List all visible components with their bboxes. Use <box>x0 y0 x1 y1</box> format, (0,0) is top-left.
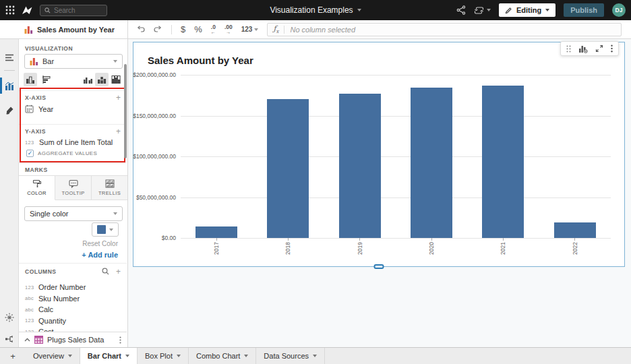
chevron-down-icon[interactable] <box>357 9 361 11</box>
x-tick-label: 2020 <box>428 242 435 255</box>
y-axis-field-sum[interactable]: 123 Sum of Line Item Total <box>25 138 113 146</box>
bar-2017[interactable] <box>196 226 237 238</box>
column-type: 123 <box>25 317 36 324</box>
chevron-down-icon <box>313 355 317 357</box>
vertical-bar-icon[interactable] <box>24 73 37 86</box>
publish-label: Publish <box>570 6 597 14</box>
resize-handle[interactable] <box>374 264 384 269</box>
x-axis-field-name: Year <box>38 105 53 113</box>
collapse-chevron-icon[interactable] <box>24 338 30 342</box>
sigma-logo-icon[interactable] <box>22 5 33 16</box>
table-icon <box>34 336 43 344</box>
aggregate-checkbox[interactable]: ✓ <box>26 150 34 157</box>
global-search[interactable] <box>40 5 107 16</box>
bar-slot <box>324 75 396 238</box>
tab-trellis[interactable]: TRELLIS <box>92 176 127 200</box>
column-name: Order Number <box>38 283 86 291</box>
column-row[interactable]: abc Calc <box>19 304 127 315</box>
bar-chart-colored-icon <box>24 26 33 34</box>
document-title[interactable]: Visualization Examples <box>270 5 353 15</box>
tab-data-sources[interactable]: Data Sources <box>256 348 325 364</box>
kebab-menu-icon[interactable] <box>119 336 121 344</box>
chevron-down-icon <box>487 9 491 11</box>
marks-section-label: MARKS <box>25 166 48 173</box>
lineage-icon[interactable] <box>0 330 19 348</box>
column-row[interactable]: 123 Cost <box>19 326 127 332</box>
share-icon[interactable] <box>456 5 466 15</box>
decrease-decimal-icon[interactable]: .0← <box>211 24 216 35</box>
marks-tabs: COLOR TOOLTIP TRELLIS <box>19 175 127 200</box>
avatar[interactable]: DJ <box>612 3 626 17</box>
bar-2021[interactable] <box>482 86 524 238</box>
column-row[interactable]: abc Sku Number <box>19 293 127 305</box>
x-tick <box>359 238 360 241</box>
settings-gear-icon[interactable] <box>0 309 19 326</box>
refresh-menu[interactable] <box>474 6 491 15</box>
left-rail: + <box>0 20 19 347</box>
bar-2018[interactable] <box>267 99 309 238</box>
y-tick-label: $150,000,000.00 <box>133 113 176 119</box>
panel-scrollbar[interactable] <box>124 64 127 158</box>
reset-color-link[interactable]: Reset Color <box>82 240 118 247</box>
grouped-bar-icon[interactable] <box>81 73 94 86</box>
drag-handle-icon[interactable] <box>566 45 571 53</box>
tab-tooltip[interactable]: TOOLTIP <box>55 176 92 200</box>
publish-button[interactable]: Publish <box>564 3 604 17</box>
search-input[interactable] <box>54 7 101 14</box>
bar-2022[interactable] <box>554 222 596 238</box>
search-columns-icon[interactable] <box>102 268 109 275</box>
increase-decimal-icon[interactable]: .00→ <box>224 24 233 35</box>
chart-type-value: Bar <box>42 57 109 65</box>
add-y-axis-field-icon[interactable]: + <box>116 127 121 135</box>
theme-format-icon[interactable] <box>0 101 19 119</box>
percent-format-icon[interactable]: % <box>194 24 202 34</box>
tooltip-bubble-icon <box>69 179 78 188</box>
column-row[interactable]: 123 Quantity <box>19 315 127 327</box>
bar-2020[interactable] <box>411 88 452 238</box>
add-x-axis-field-icon[interactable]: + <box>116 94 121 102</box>
redo-icon[interactable] <box>154 26 162 33</box>
add-page-button[interactable]: + <box>0 348 26 364</box>
tab-bar-chart[interactable]: Bar Chart <box>80 348 138 364</box>
explore-chart-icon[interactable] <box>578 44 588 53</box>
column-row[interactable]: 123 Order Number <box>19 282 127 293</box>
formula-bar[interactable]: ƒx No column selected <box>267 23 622 36</box>
apps-grid-icon[interactable] <box>5 5 15 15</box>
chart-element[interactable]: Sales Amount by Year $200,000,000.00$150… <box>133 42 625 267</box>
currency-format-icon[interactable]: $ <box>181 24 185 34</box>
undo-icon[interactable] <box>136 26 145 33</box>
data-source-row[interactable]: Plugs Sales Data <box>19 332 127 347</box>
add-rule-link[interactable]: + Add rule <box>82 251 118 259</box>
workbook-canvas[interactable]: Sales Amount by Year $200,000,000.00$150… <box>128 39 631 347</box>
color-swatch-button[interactable] <box>92 222 119 237</box>
tab-combo-chart[interactable]: Combo Chart <box>189 348 256 364</box>
bar-2019[interactable] <box>339 94 381 238</box>
page-elements-icon[interactable] <box>0 49 19 66</box>
kebab-menu-icon[interactable] <box>611 44 613 53</box>
pencil-icon <box>505 7 512 14</box>
tab-color[interactable]: COLOR <box>19 176 55 200</box>
chevron-down-icon <box>109 229 113 231</box>
sub-header-row: Sales Amount by Year $ % .0← .00→ 123 ƒx… <box>0 20 631 39</box>
x-axis-field-year[interactable]: Year <box>25 104 53 113</box>
x-slot: 2017 <box>181 238 252 265</box>
data-source-name: Plugs Sales Data <box>47 336 115 344</box>
element-title: Sales Amount by Year <box>37 26 115 34</box>
chart-title[interactable]: Sales Amount by Year <box>148 55 253 66</box>
x-tick <box>216 238 217 241</box>
horizontal-bar-icon[interactable] <box>40 73 53 86</box>
editing-mode-button[interactable]: Editing <box>499 3 555 17</box>
stacked-bar-icon[interactable] <box>95 73 109 86</box>
formula-divider <box>284 26 284 34</box>
color-mode-select[interactable]: Single color <box>24 206 123 221</box>
aggregate-values-row[interactable]: ✓ AGGREGATE VALUES <box>26 150 97 157</box>
tab-overview[interactable]: Overview <box>26 348 80 364</box>
add-column-icon[interactable]: + <box>116 268 121 276</box>
maximize-icon[interactable] <box>595 44 603 53</box>
chart-type-select[interactable]: Bar <box>24 54 123 69</box>
tab-box-plot[interactable]: Box Plot <box>138 348 189 364</box>
element-format-panel-icon[interactable] <box>0 77 19 94</box>
bar-chart-colored-icon <box>30 57 38 65</box>
number-format-dropdown[interactable]: 123 <box>241 26 259 33</box>
percent-stacked-bar-icon[interactable] <box>109 73 123 86</box>
